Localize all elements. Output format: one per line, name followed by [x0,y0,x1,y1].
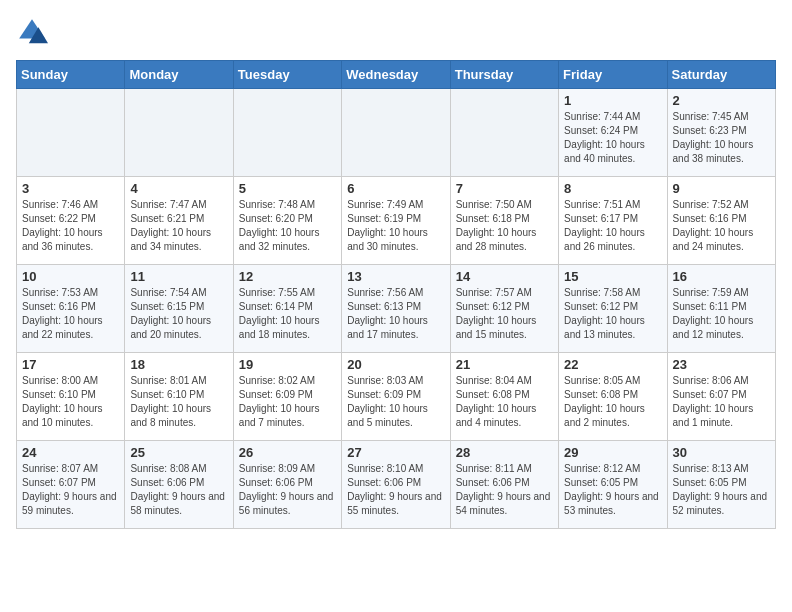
day-info: Sunrise: 7:59 AMSunset: 6:11 PMDaylight:… [673,286,770,342]
day-number: 25 [130,445,227,460]
day-info: Sunrise: 7:58 AMSunset: 6:12 PMDaylight:… [564,286,661,342]
day-number: 12 [239,269,336,284]
calendar-week-1: 1Sunrise: 7:44 AMSunset: 6:24 PMDaylight… [17,89,776,177]
calendar-cell: 30Sunrise: 8:13 AMSunset: 6:05 PMDayligh… [667,441,775,529]
day-info: Sunrise: 8:09 AMSunset: 6:06 PMDaylight:… [239,462,336,518]
day-info: Sunrise: 8:01 AMSunset: 6:10 PMDaylight:… [130,374,227,430]
day-number: 1 [564,93,661,108]
calendar-cell: 23Sunrise: 8:06 AMSunset: 6:07 PMDayligh… [667,353,775,441]
day-number: 29 [564,445,661,460]
weekday-header-saturday: Saturday [667,61,775,89]
calendar-cell: 19Sunrise: 8:02 AMSunset: 6:09 PMDayligh… [233,353,341,441]
day-info: Sunrise: 7:54 AMSunset: 6:15 PMDaylight:… [130,286,227,342]
day-info: Sunrise: 7:44 AMSunset: 6:24 PMDaylight:… [564,110,661,166]
weekday-header-friday: Friday [559,61,667,89]
calendar-cell: 14Sunrise: 7:57 AMSunset: 6:12 PMDayligh… [450,265,558,353]
day-info: Sunrise: 7:47 AMSunset: 6:21 PMDaylight:… [130,198,227,254]
day-info: Sunrise: 7:55 AMSunset: 6:14 PMDaylight:… [239,286,336,342]
day-info: Sunrise: 7:46 AMSunset: 6:22 PMDaylight:… [22,198,119,254]
day-info: Sunrise: 8:08 AMSunset: 6:06 PMDaylight:… [130,462,227,518]
calendar-cell: 3Sunrise: 7:46 AMSunset: 6:22 PMDaylight… [17,177,125,265]
calendar-cell: 15Sunrise: 7:58 AMSunset: 6:12 PMDayligh… [559,265,667,353]
logo [16,16,52,48]
calendar-cell: 24Sunrise: 8:07 AMSunset: 6:07 PMDayligh… [17,441,125,529]
day-info: Sunrise: 8:10 AMSunset: 6:06 PMDaylight:… [347,462,444,518]
day-info: Sunrise: 8:02 AMSunset: 6:09 PMDaylight:… [239,374,336,430]
day-info: Sunrise: 8:05 AMSunset: 6:08 PMDaylight:… [564,374,661,430]
calendar-cell: 11Sunrise: 7:54 AMSunset: 6:15 PMDayligh… [125,265,233,353]
calendar-cell: 5Sunrise: 7:48 AMSunset: 6:20 PMDaylight… [233,177,341,265]
calendar-cell: 22Sunrise: 8:05 AMSunset: 6:08 PMDayligh… [559,353,667,441]
day-info: Sunrise: 8:06 AMSunset: 6:07 PMDaylight:… [673,374,770,430]
calendar-cell: 13Sunrise: 7:56 AMSunset: 6:13 PMDayligh… [342,265,450,353]
calendar-cell: 29Sunrise: 8:12 AMSunset: 6:05 PMDayligh… [559,441,667,529]
calendar-cell: 16Sunrise: 7:59 AMSunset: 6:11 PMDayligh… [667,265,775,353]
day-number: 7 [456,181,553,196]
calendar-cell: 27Sunrise: 8:10 AMSunset: 6:06 PMDayligh… [342,441,450,529]
calendar-cell [342,89,450,177]
calendar-cell: 1Sunrise: 7:44 AMSunset: 6:24 PMDaylight… [559,89,667,177]
day-info: Sunrise: 7:57 AMSunset: 6:12 PMDaylight:… [456,286,553,342]
calendar-table: SundayMondayTuesdayWednesdayThursdayFrid… [16,60,776,529]
day-number: 6 [347,181,444,196]
day-number: 22 [564,357,661,372]
day-number: 9 [673,181,770,196]
calendar-cell: 26Sunrise: 8:09 AMSunset: 6:06 PMDayligh… [233,441,341,529]
day-number: 19 [239,357,336,372]
day-number: 27 [347,445,444,460]
day-info: Sunrise: 7:50 AMSunset: 6:18 PMDaylight:… [456,198,553,254]
day-info: Sunrise: 7:49 AMSunset: 6:19 PMDaylight:… [347,198,444,254]
calendar-cell: 10Sunrise: 7:53 AMSunset: 6:16 PMDayligh… [17,265,125,353]
calendar-cell: 12Sunrise: 7:55 AMSunset: 6:14 PMDayligh… [233,265,341,353]
day-number: 10 [22,269,119,284]
calendar-cell [17,89,125,177]
day-number: 15 [564,269,661,284]
day-info: Sunrise: 7:48 AMSunset: 6:20 PMDaylight:… [239,198,336,254]
day-info: Sunrise: 8:03 AMSunset: 6:09 PMDaylight:… [347,374,444,430]
day-number: 23 [673,357,770,372]
day-info: Sunrise: 8:04 AMSunset: 6:08 PMDaylight:… [456,374,553,430]
day-info: Sunrise: 7:45 AMSunset: 6:23 PMDaylight:… [673,110,770,166]
day-number: 24 [22,445,119,460]
calendar-cell: 8Sunrise: 7:51 AMSunset: 6:17 PMDaylight… [559,177,667,265]
calendar-cell: 20Sunrise: 8:03 AMSunset: 6:09 PMDayligh… [342,353,450,441]
weekday-header-wednesday: Wednesday [342,61,450,89]
day-info: Sunrise: 8:12 AMSunset: 6:05 PMDaylight:… [564,462,661,518]
calendar-cell: 28Sunrise: 8:11 AMSunset: 6:06 PMDayligh… [450,441,558,529]
calendar-cell: 21Sunrise: 8:04 AMSunset: 6:08 PMDayligh… [450,353,558,441]
calendar-week-5: 24Sunrise: 8:07 AMSunset: 6:07 PMDayligh… [17,441,776,529]
calendar-cell: 9Sunrise: 7:52 AMSunset: 6:16 PMDaylight… [667,177,775,265]
weekday-header-tuesday: Tuesday [233,61,341,89]
day-info: Sunrise: 7:56 AMSunset: 6:13 PMDaylight:… [347,286,444,342]
day-number: 28 [456,445,553,460]
calendar-cell: 7Sunrise: 7:50 AMSunset: 6:18 PMDaylight… [450,177,558,265]
logo-icon [16,16,48,48]
calendar-cell: 6Sunrise: 7:49 AMSunset: 6:19 PMDaylight… [342,177,450,265]
calendar-cell: 18Sunrise: 8:01 AMSunset: 6:10 PMDayligh… [125,353,233,441]
calendar-body: 1Sunrise: 7:44 AMSunset: 6:24 PMDaylight… [17,89,776,529]
day-number: 14 [456,269,553,284]
header [16,16,776,48]
day-info: Sunrise: 7:53 AMSunset: 6:16 PMDaylight:… [22,286,119,342]
day-number: 30 [673,445,770,460]
day-info: Sunrise: 8:11 AMSunset: 6:06 PMDaylight:… [456,462,553,518]
calendar-cell: 4Sunrise: 7:47 AMSunset: 6:21 PMDaylight… [125,177,233,265]
day-number: 5 [239,181,336,196]
day-info: Sunrise: 8:13 AMSunset: 6:05 PMDaylight:… [673,462,770,518]
calendar-cell [125,89,233,177]
weekday-header-monday: Monday [125,61,233,89]
day-number: 8 [564,181,661,196]
weekday-row: SundayMondayTuesdayWednesdayThursdayFrid… [17,61,776,89]
calendar-cell: 17Sunrise: 8:00 AMSunset: 6:10 PMDayligh… [17,353,125,441]
calendar-cell: 25Sunrise: 8:08 AMSunset: 6:06 PMDayligh… [125,441,233,529]
day-number: 2 [673,93,770,108]
calendar-week-4: 17Sunrise: 8:00 AMSunset: 6:10 PMDayligh… [17,353,776,441]
day-info: Sunrise: 8:07 AMSunset: 6:07 PMDaylight:… [22,462,119,518]
day-number: 26 [239,445,336,460]
calendar-week-3: 10Sunrise: 7:53 AMSunset: 6:16 PMDayligh… [17,265,776,353]
day-number: 21 [456,357,553,372]
weekday-header-thursday: Thursday [450,61,558,89]
day-number: 16 [673,269,770,284]
day-number: 20 [347,357,444,372]
day-number: 17 [22,357,119,372]
